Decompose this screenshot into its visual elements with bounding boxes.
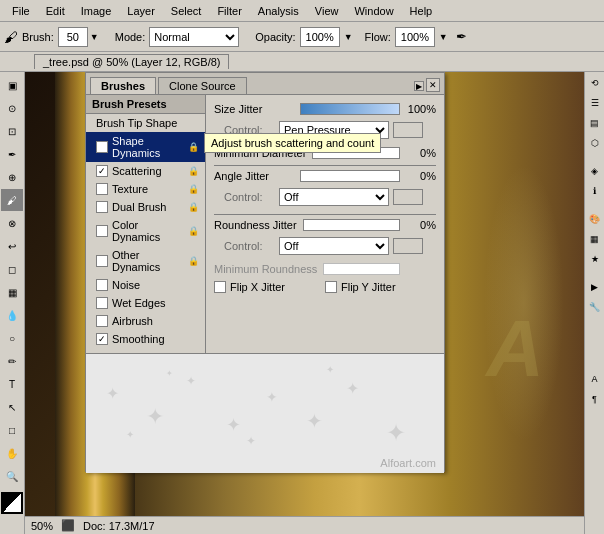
mode-select[interactable]: Normal — [149, 27, 239, 47]
min-roundness-label: Minimum Roundness — [214, 263, 317, 275]
blur-tool[interactable]: 💧 — [1, 304, 23, 326]
texture-lock: 🔒 — [188, 184, 199, 194]
shape-dynamics-lock: 🔒 — [188, 142, 199, 152]
lasso-tool[interactable]: ⊙ — [1, 97, 23, 119]
layers-btn[interactable]: ☰ — [586, 94, 604, 112]
toolbar: 🖌 Brush: ▼ Mode: Normal Opacity: ▼ Flow:… — [0, 22, 604, 52]
opacity-arrow[interactable]: ▼ — [344, 32, 353, 42]
size-jitter-slider[interactable] — [300, 103, 400, 115]
other-dynamics-item[interactable]: Other Dynamics 🔒 — [86, 246, 205, 276]
gradient-tool[interactable]: ▦ — [1, 281, 23, 303]
noise-checkbox[interactable] — [96, 279, 108, 291]
texture-label: Texture — [112, 183, 148, 195]
document-tab[interactable]: _tree.psd @ 50% (Layer 12, RGB/8) — [34, 54, 229, 69]
menu-view[interactable]: View — [307, 3, 347, 19]
texture-item[interactable]: Texture 🔒 — [86, 180, 205, 198]
brush-size-arrow[interactable]: ▼ — [90, 32, 99, 42]
smoothing-item[interactable]: ✓ Smoothing — [86, 330, 205, 348]
size-jitter-control-input[interactable] — [393, 122, 423, 138]
zoom-tool[interactable]: 🔍 — [1, 465, 23, 487]
pen-tool[interactable]: ✏ — [1, 350, 23, 372]
brush-tip-shape-item[interactable]: Brush Tip Shape — [86, 114, 205, 132]
history-brush-tool[interactable]: ↩ — [1, 235, 23, 257]
brush-tool-icon[interactable]: 🖌 — [4, 29, 18, 45]
panel-close-btn[interactable]: ✕ — [426, 78, 440, 92]
paths-btn[interactable]: ⬡ — [586, 134, 604, 152]
brush-size-input[interactable] — [58, 27, 88, 47]
texture-checkbox[interactable] — [96, 183, 108, 195]
color-dynamics-item[interactable]: Color Dynamics 🔒 — [86, 216, 205, 246]
menu-help[interactable]: Help — [402, 3, 441, 19]
dual-brush-checkbox[interactable] — [96, 201, 108, 213]
flow-input[interactable] — [395, 27, 435, 47]
flip-x-checkbox[interactable] — [214, 281, 226, 293]
flow-arrow[interactable]: ▼ — [439, 32, 448, 42]
tools-btn[interactable]: 🔧 — [586, 298, 604, 316]
crop-tool[interactable]: ⊡ — [1, 120, 23, 142]
watermark: Alfoart.com — [380, 457, 436, 469]
angle-jitter-control-select[interactable]: Off — [279, 188, 389, 206]
dual-brush-item[interactable]: Dual Brush 🔒 — [86, 198, 205, 216]
actions-btn[interactable]: ▶ — [586, 278, 604, 296]
airbrush-item[interactable]: Airbrush — [86, 312, 205, 330]
sparkle-3: ✦ — [186, 374, 196, 388]
roundness-jitter-slider[interactable] — [303, 219, 400, 231]
airbrush-icon[interactable]: ✒ — [456, 29, 467, 44]
sparkle-7: ✦ — [346, 379, 359, 398]
menu-image[interactable]: Image — [73, 3, 120, 19]
shape-dynamics-checkbox[interactable]: ✓ — [96, 141, 108, 153]
navigator-btn[interactable]: ◈ — [586, 162, 604, 180]
wet-edges-item[interactable]: Wet Edges — [86, 294, 205, 312]
swatches-btn[interactable]: ▦ — [586, 230, 604, 248]
sparkle-11: ✦ — [246, 434, 256, 448]
angle-jitter-control-input[interactable] — [393, 189, 423, 205]
char-btn[interactable]: A — [586, 370, 604, 388]
menu-layer[interactable]: Layer — [119, 3, 163, 19]
menu-select[interactable]: Select — [163, 3, 210, 19]
para-btn[interactable]: ¶ — [586, 390, 604, 408]
flip-y-checkbox[interactable] — [325, 281, 337, 293]
color-picker[interactable] — [1, 492, 23, 514]
brush-tool[interactable]: 🖌 — [1, 189, 23, 211]
healing-tool[interactable]: ⊕ — [1, 166, 23, 188]
styles-btn[interactable]: ★ — [586, 250, 604, 268]
history-btn[interactable]: ⟲ — [586, 74, 604, 92]
clone-source-tab[interactable]: Clone Source — [158, 77, 247, 94]
menu-file[interactable]: File — [4, 3, 38, 19]
opacity-input[interactable] — [300, 27, 340, 47]
noise-label: Noise — [112, 279, 140, 291]
channels-btn[interactable]: ▤ — [586, 114, 604, 132]
path-selection-tool[interactable]: ↖ — [1, 396, 23, 418]
dodge-tool[interactable]: ○ — [1, 327, 23, 349]
brushes-tab[interactable]: Brushes — [90, 77, 156, 94]
menu-analysis[interactable]: Analysis — [250, 3, 307, 19]
color-dynamics-checkbox[interactable] — [96, 225, 108, 237]
info-btn[interactable]: ℹ — [586, 182, 604, 200]
eyedropper-tool[interactable]: ✒ — [1, 143, 23, 165]
selection-tool[interactable]: ▣ — [1, 74, 23, 96]
color-btn[interactable]: 🎨 — [586, 210, 604, 228]
wet-edges-checkbox[interactable] — [96, 297, 108, 309]
shape-tool[interactable]: □ — [1, 419, 23, 441]
shape-dynamics-item[interactable]: ✓ Shape Dynamics 🔒 — [86, 132, 205, 162]
panel-menu-btn[interactable]: ▶ — [414, 81, 424, 91]
airbrush-checkbox[interactable] — [96, 315, 108, 327]
scattering-checkbox[interactable]: ✓ — [96, 165, 108, 177]
roundness-jitter-control-select[interactable]: Off — [279, 237, 389, 255]
clone-stamp-tool[interactable]: ⊗ — [1, 212, 23, 234]
eraser-tool[interactable]: ◻ — [1, 258, 23, 280]
smoothing-checkbox[interactable]: ✓ — [96, 333, 108, 345]
sparkle-5: ✦ — [266, 389, 278, 405]
menu-window[interactable]: Window — [346, 3, 401, 19]
hand-tool[interactable]: ✋ — [1, 442, 23, 464]
scattering-item[interactable]: ✓ Scattering 🔒 — [86, 162, 205, 180]
menu-filter[interactable]: Filter — [209, 3, 249, 19]
menu-edit[interactable]: Edit — [38, 3, 73, 19]
canvas-area[interactable]: A Brushes Clone Source ▶ ✕ Brush Presets — [25, 72, 584, 534]
noise-item[interactable]: Noise — [86, 276, 205, 294]
text-tool[interactable]: T — [1, 373, 23, 395]
roundness-jitter-control-input[interactable] — [393, 238, 423, 254]
other-dynamics-checkbox[interactable] — [96, 255, 108, 267]
angle-jitter-slider[interactable] — [300, 170, 400, 182]
status-icon: ⬛ — [61, 519, 75, 532]
